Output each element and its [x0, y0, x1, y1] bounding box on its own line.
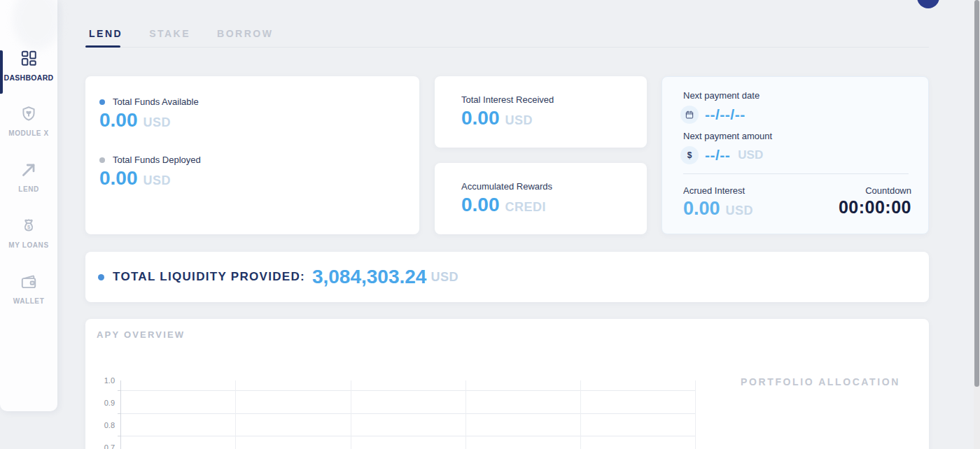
stat-value: 0.00 — [99, 109, 138, 131]
y-tick-label: 0.9 — [94, 399, 115, 407]
scrollbar-track[interactable] — [974, 0, 980, 449]
dollar-icon: $ — [680, 146, 699, 164]
arrow-up-right-icon — [18, 159, 39, 180]
portfolio-allocation-title: PORTFOLIO ALLOCATION — [708, 376, 929, 387]
stat-label: Total Funds Deployed — [113, 155, 201, 165]
sidebar-item-label: MODULE X — [8, 129, 49, 137]
gridline — [695, 380, 696, 449]
y-tick-label: 0.8 — [94, 421, 115, 429]
stat-value: 0.00 — [461, 194, 500, 216]
total-liquidity-card: TOTAL LIQUIDITY PROVIDED: 3,084,303.24 U… — [85, 252, 929, 302]
gridline — [121, 436, 695, 436]
apy-overview-card: APY OVERVIEW PORTFOLIO ALLOCATION 1.0 0.… — [85, 319, 929, 449]
wallet-icon: € — [18, 271, 39, 292]
axis-tick — [118, 390, 120, 391]
next-payment-card: Next payment date --/--/-- Next payment … — [662, 76, 929, 234]
blue-dot-icon — [98, 274, 104, 280]
total-liquidity-value: 3,084,303.24 — [312, 266, 427, 288]
stat-label: Total Interest Received — [461, 94, 620, 105]
next-payment-amount-row: $ --/-- USD — [680, 146, 911, 164]
sidebar-item-wallet[interactable]: € WALLET — [0, 260, 57, 316]
stat-value: 0.00 — [461, 107, 500, 129]
tab-active-indicator — [85, 45, 120, 48]
sidebar-item-label: DASHBOARD — [4, 73, 54, 82]
sidebar-item-lend[interactable]: LEND — [0, 148, 57, 204]
sidebar-item-my-loans[interactable]: $ MY LOANS — [0, 204, 57, 260]
total-liquidity-label: TOTAL LIQUIDITY PROVIDED: — [113, 270, 305, 284]
total-funds-card: Total Funds Available 0.00 USD Total Fun… — [85, 76, 419, 234]
sidebar-item-label: WALLET — [13, 297, 45, 305]
apy-overview-title: APY OVERVIEW — [97, 329, 185, 340]
next-payment-date-label: Next payment date — [683, 90, 911, 101]
gridline — [351, 380, 351, 449]
total-funds-available: Total Funds Available 0.00 USD — [99, 97, 405, 131]
next-payment-date-row: --/--/-- — [680, 106, 911, 124]
tab-bar: LEND STAKE BORROW — [85, 28, 929, 48]
accrued-interest-label: Acrued Interest — [683, 185, 753, 196]
total-liquidity-unit: USD — [430, 270, 458, 285]
stat-unit: CREDI — [505, 200, 547, 215]
stat-label: Accumulated Rewards — [461, 181, 620, 192]
gridline — [121, 390, 695, 391]
sidebar-item-module-x[interactable]: MODULE X — [0, 92, 57, 148]
axis-tick — [118, 413, 120, 414]
tab-lend[interactable]: LEND — [89, 28, 122, 39]
tab-borrow[interactable]: BORROW — [217, 28, 273, 39]
tab-stake[interactable]: STAKE — [149, 28, 190, 39]
lending-dashboard-app: DASHBOARD MODULE X LEND — [0, 0, 980, 449]
dashboard-grid-icon — [18, 48, 39, 69]
next-payment-amount-value: --/-- — [705, 147, 730, 164]
stat-unit: USD — [505, 113, 533, 128]
accrued-interest-value: 0.00 — [683, 198, 720, 220]
y-tick-label: 1.0 — [94, 376, 115, 385]
calendar-icon — [680, 106, 699, 124]
accumulated-rewards-card: Accumulated Rewards 0.00 CREDI — [435, 163, 647, 234]
gridline — [121, 413, 695, 414]
stat-label: Total Funds Available — [113, 97, 199, 107]
gray-dot-icon — [99, 157, 105, 163]
accrued-interest-unit: USD — [726, 204, 754, 218]
apy-chart: 1.0 0.9 0.8 0.7 — [120, 380, 695, 449]
stat-value: 0.00 — [99, 167, 138, 190]
tab-underline — [85, 47, 929, 48]
stat-unit: USD — [144, 173, 172, 188]
next-payment-date-value: --/--/-- — [705, 106, 746, 123]
gridline — [580, 380, 581, 449]
total-interest-card: Total Interest Received 0.00 USD — [435, 76, 647, 148]
countdown-value: 00:00:00 — [839, 197, 911, 218]
stat-unit: USD — [144, 115, 172, 130]
sidebar-item-label: MY LOANS — [8, 241, 48, 249]
divider — [683, 173, 909, 174]
countdown-label: Countdown — [839, 185, 911, 196]
scrollbar-thumb[interactable] — [974, 0, 979, 387]
sidebar-item-dashboard[interactable]: DASHBOARD — [0, 36, 57, 92]
gridline — [235, 380, 236, 449]
money-bag-icon: $ — [18, 215, 39, 236]
gridline — [465, 380, 466, 449]
shield-sprout-icon — [18, 104, 39, 124]
sidebar-item-label: LEND — [18, 185, 39, 193]
next-payment-amount-label: Next payment amount — [683, 131, 911, 141]
accrued-interest-block: Acrued Interest 0.00 USD — [683, 184, 753, 220]
y-tick-label: 0.7 — [94, 443, 115, 449]
blue-dot-icon — [99, 99, 105, 105]
sidebar: DASHBOARD MODULE X LEND — [0, 0, 57, 411]
user-avatar[interactable] — [917, 0, 939, 8]
total-funds-deployed: Total Funds Deployed 0.00 USD — [99, 155, 405, 190]
svg-text:$: $ — [27, 224, 31, 230]
next-payment-amount-unit: USD — [738, 148, 763, 162]
svg-text:€: € — [31, 282, 33, 285]
countdown-block: Countdown 00:00:00 — [839, 184, 911, 220]
axis-tick — [118, 436, 120, 436]
